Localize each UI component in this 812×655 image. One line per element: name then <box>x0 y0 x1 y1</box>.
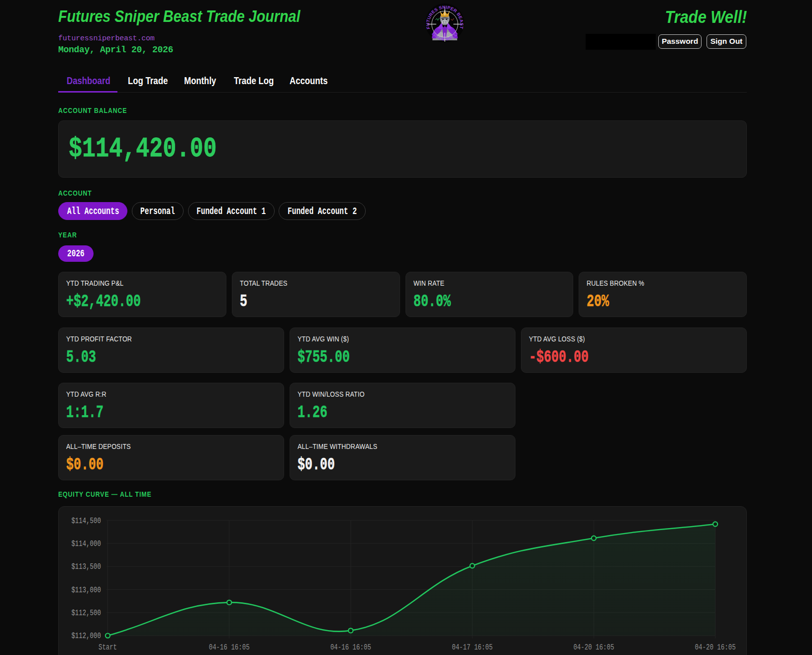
svg-text:04-16 16:05: 04-16 16:05 <box>209 643 250 652</box>
svg-text:04-17 16:05: 04-17 16:05 <box>452 643 493 652</box>
svg-text:$112,000: $112,000 <box>71 632 101 641</box>
svg-text:$112,500: $112,500 <box>71 609 101 618</box>
svg-text:$113,500: $113,500 <box>71 562 101 571</box>
svg-text:$114,500: $114,500 <box>71 517 101 526</box>
svg-text:$113,000: $113,000 <box>71 586 101 595</box>
svg-text:Start: Start <box>99 643 117 652</box>
svg-text:$114,000: $114,000 <box>71 540 101 548</box>
svg-text:04-20 16:05: 04-20 16:05 <box>695 643 736 652</box>
svg-text:04-20 16:05: 04-20 16:05 <box>573 643 614 652</box>
svg-text:04-16 16:05: 04-16 16:05 <box>330 643 371 652</box>
